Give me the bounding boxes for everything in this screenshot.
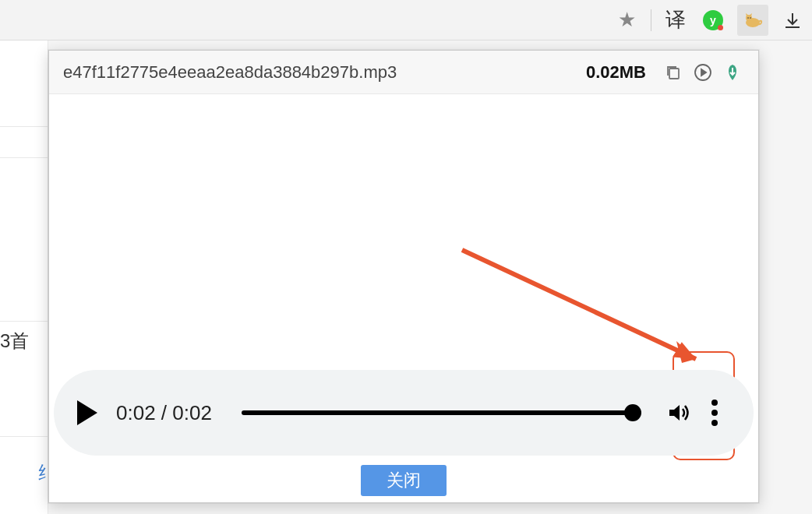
more-options-button[interactable] [705, 392, 724, 434]
background-divider [0, 321, 48, 322]
svg-rect-4 [669, 69, 679, 79]
cat-extension-icon[interactable] [737, 5, 768, 36]
progress-slider[interactable] [242, 410, 635, 415]
download-file-icon[interactable] [721, 61, 744, 84]
svg-marker-7 [673, 341, 697, 359]
background-divider [0, 157, 48, 158]
background-divider [0, 126, 48, 127]
total-time: 0:02 [172, 401, 212, 424]
bookmark-star-icon[interactable]: ★ [613, 7, 640, 33]
browser-toolbar: ★ 译 y [0, 0, 812, 40]
play-button[interactable] [77, 400, 97, 425]
popup-header: e47f11f2775e4eeaa2ea8da3884b297b.mp3 0.0… [49, 51, 758, 94]
popup-body: 0:02 / 0:02 关闭 [49, 94, 758, 502]
annotation-arrow-icon [454, 242, 719, 375]
dot-icon [711, 400, 718, 406]
volume-icon[interactable] [665, 400, 691, 426]
green-extension-icon[interactable]: y [700, 7, 726, 33]
play-preview-icon[interactable] [691, 61, 715, 84]
copy-icon[interactable] [662, 61, 685, 84]
close-button[interactable]: 关闭 [361, 465, 447, 496]
time-separator: / [156, 401, 173, 424]
toolbar-divider [651, 9, 651, 31]
media-sniffer-popup: e47f11f2775e4eeaa2ea8da3884b297b.mp3 0.0… [48, 50, 759, 503]
background-partial-text: 3首 [0, 329, 29, 354]
background-page: 3首 纟 [0, 40, 48, 514]
download-icon[interactable] [779, 7, 806, 33]
time-display: 0:02 / 0:02 [116, 401, 212, 425]
svg-point-3 [750, 17, 751, 19]
green-badge-letter: y [710, 14, 716, 26]
current-time: 0:02 [116, 401, 156, 424]
dot-icon [711, 410, 718, 416]
svg-point-2 [747, 17, 749, 19]
filename-label: e47f11f2775e4eeaa2ea8da3884b297b.mp3 [63, 62, 586, 83]
progress-handle[interactable] [624, 404, 641, 421]
background-divider [0, 436, 48, 437]
filesize-label: 0.02MB [586, 62, 646, 83]
dot-icon [711, 420, 718, 426]
translate-extension-icon[interactable]: 译 [662, 7, 689, 33]
svg-line-6 [462, 250, 696, 359]
audio-player: 0:02 / 0:02 [54, 370, 754, 456]
